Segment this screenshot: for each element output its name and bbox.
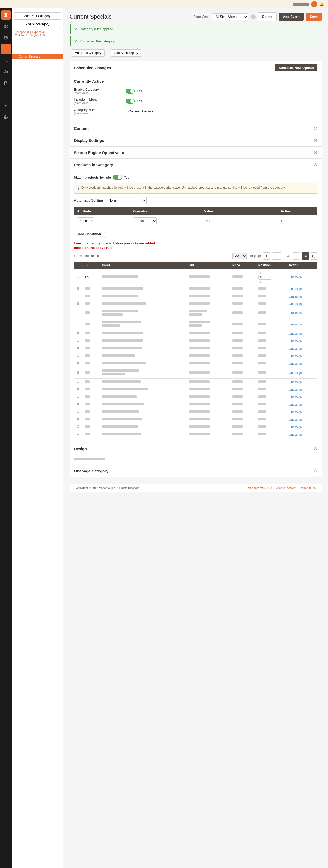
enable-category-toggle[interactable]: Yes (126, 89, 142, 94)
tree-item-9[interactable]: Category blurred (11, 78, 63, 82)
drag-handle-icon-9[interactable]: ⠿ (77, 354, 79, 358)
list-view-button[interactable]: ≡ (302, 252, 309, 259)
position-input-0[interactable] (258, 275, 271, 280)
include-in-menu-toggle[interactable]: Yes (126, 99, 142, 104)
unassign-link-14[interactable]: Unassign (289, 395, 302, 399)
unassign-link-12[interactable]: Unassign (289, 380, 302, 384)
drag-handle-icon-6[interactable]: ⠿ (77, 332, 79, 335)
grid-view-button[interactable]: ⊞ (310, 252, 318, 259)
tree-item-current-specials[interactable]: Current Specials (11, 54, 63, 59)
drag-handle-icon-11[interactable]: ⠿ (77, 371, 79, 375)
tree-item-6[interactable]: Category blurred (11, 63, 63, 68)
design-section-header[interactable]: Design ⊖ (70, 443, 322, 455)
drag-handle-icon-13[interactable]: ⠿ (77, 388, 79, 392)
condition-delete-icon[interactable]: 🗑 (281, 219, 285, 223)
expand-all-link[interactable]: Expand All (32, 30, 45, 34)
condition-value-input[interactable] (204, 218, 230, 224)
display-settings-header[interactable]: Display Settings ⊖ (70, 134, 322, 146)
drag-handle-icon-16[interactable]: ⠿ (77, 410, 79, 414)
tree-item-11[interactable]: Category blurred (11, 87, 63, 91)
pagination-next-button[interactable]: › (293, 252, 300, 259)
unassign-link-17[interactable]: Unassign (289, 418, 302, 421)
unassign-link-7[interactable]: Unassign (289, 339, 302, 343)
avatar[interactable] (311, 1, 318, 7)
notification-bell[interactable]: 🔔 (320, 2, 324, 6)
pagination-prev-button[interactable]: ‹ (263, 252, 270, 259)
sidebar-item-content[interactable] (1, 78, 11, 88)
unassign-link-1[interactable]: Unassign (289, 287, 302, 291)
seo-header[interactable]: Search Engine Optimization ⊖ (70, 147, 322, 158)
drag-handle-icon-3[interactable]: ⠿ (77, 302, 79, 306)
unassign-link-13[interactable]: Unassign (289, 388, 302, 392)
unassign-link-0[interactable]: Unassign (289, 275, 302, 279)
schedule-new-update-button[interactable]: Schedule New Update (275, 64, 318, 71)
auto-sort-select[interactable]: None Newest products first Price: low to… (105, 197, 146, 204)
sidebar-item-customers[interactable] (1, 55, 11, 66)
sidebar-item-system[interactable] (1, 112, 11, 122)
tree-item-14[interactable]: Category (4) blurred (11, 101, 63, 105)
store-view-select[interactable]: All Store Views Default Store View (212, 13, 248, 20)
drag-handle-icon[interactable]: ⠿ (77, 275, 79, 279)
drag-handle-icon-5[interactable]: ⠿ (77, 322, 79, 326)
drag-handle-icon-2[interactable]: ⠿ (77, 294, 79, 298)
add-condition-button[interactable]: Add Condition (74, 230, 105, 238)
per-page-select[interactable]: 20 50 100 (233, 253, 247, 259)
save-button[interactable]: Save (306, 13, 322, 21)
products-section-header[interactable]: Products in Category ⊖ (70, 159, 322, 170)
condition-operator-select[interactable]: Equal Not Equal Contains (133, 217, 157, 224)
sidebar-item-sales[interactable] (1, 32, 11, 43)
collapse-all-link[interactable]: Collapse All (15, 30, 29, 34)
tree-item-10[interactable]: Category blurred (11, 82, 63, 87)
content-section-header[interactable]: Content ⊖ (70, 122, 322, 134)
sidebar-item-reports[interactable] (1, 89, 11, 100)
unassign-link-16[interactable]: Unassign (289, 410, 302, 414)
drag-handle-icon-4[interactable]: ⠿ (77, 311, 79, 315)
tree-item-3[interactable]: Category blurred (11, 50, 63, 54)
main-add-root-button[interactable]: Add Root Category (72, 49, 105, 57)
unassign-link-4[interactable]: Unassign (289, 311, 302, 315)
onepage-section-header[interactable]: Onepage Category ⊖ (70, 465, 322, 477)
add-subcategory-button[interactable]: Add Subcategory (14, 21, 61, 28)
tree-item-1[interactable]: ▸ Category item blurred (11, 40, 63, 44)
unassign-link-3[interactable]: Unassign (289, 302, 302, 306)
pagination-page-input[interactable] (272, 252, 281, 259)
unassign-link-15[interactable]: Unassign (289, 403, 302, 406)
unassign-link-11[interactable]: Unassign (289, 371, 302, 375)
add-root-category-button[interactable]: Add Root Category (14, 12, 61, 20)
drag-handle-icon-15[interactable]: ⠿ (77, 403, 79, 406)
sidebar-item-marketing[interactable] (1, 67, 11, 77)
drag-handle-icon-18[interactable]: ⠿ (77, 425, 79, 429)
help-icon[interactable]: ? (251, 14, 256, 19)
tree-item-7[interactable]: Category blurred (11, 68, 63, 73)
category-name-input[interactable] (126, 107, 198, 115)
drag-handle-icon-1[interactable]: ⠿ (77, 287, 79, 291)
condition-attribute-select[interactable]: Color (77, 217, 94, 224)
tree-item-5[interactable]: Category blurred (11, 59, 63, 63)
unassign-link-5[interactable]: Unassign (289, 322, 302, 326)
delete-button[interactable]: Delete (258, 12, 277, 21)
report-bugs-link[interactable]: Report Bugs (300, 486, 316, 490)
unassign-link-18[interactable]: Unassign (289, 425, 302, 429)
sidebar-item-dashboard[interactable] (1, 21, 11, 31)
drag-handle-icon-19[interactable]: ⠿ (77, 433, 79, 436)
drag-handle-icon-7[interactable]: ⠿ (77, 339, 79, 343)
sidebar-item-catalog[interactable] (1, 44, 11, 54)
tree-item-13[interactable]: Category blurred (11, 96, 63, 101)
account-activity-link[interactable]: Account Activity (276, 486, 296, 490)
unassign-link-8[interactable]: Unassign (289, 347, 302, 350)
drag-handle-icon-17[interactable]: ⠿ (77, 418, 79, 421)
sidebar-item-stores[interactable] (1, 101, 11, 111)
unassign-link-6[interactable]: Unassign (289, 332, 302, 335)
drag-handle-icon-12[interactable]: ⠿ (77, 380, 79, 384)
add-event-button[interactable]: Add Event (279, 13, 303, 21)
unassign-link-10[interactable]: Unassign (289, 362, 302, 365)
drag-handle-icon-10[interactable]: ⠿ (77, 362, 79, 365)
tree-item-2[interactable]: ▸ Category blurred (11, 44, 63, 50)
drag-handle-icon-8[interactable]: ⠿ (77, 347, 79, 350)
tree-item-12[interactable]: Category blurred (11, 91, 63, 96)
unassign-link-2[interactable]: Unassign (289, 294, 302, 298)
unassign-link-19[interactable]: Unassign (289, 433, 302, 436)
match-rule-toggle[interactable]: Yes (113, 175, 129, 180)
tree-item-8[interactable]: Category blurred (11, 73, 63, 78)
main-add-sub-button[interactable]: Add Subcategory (111, 49, 141, 57)
